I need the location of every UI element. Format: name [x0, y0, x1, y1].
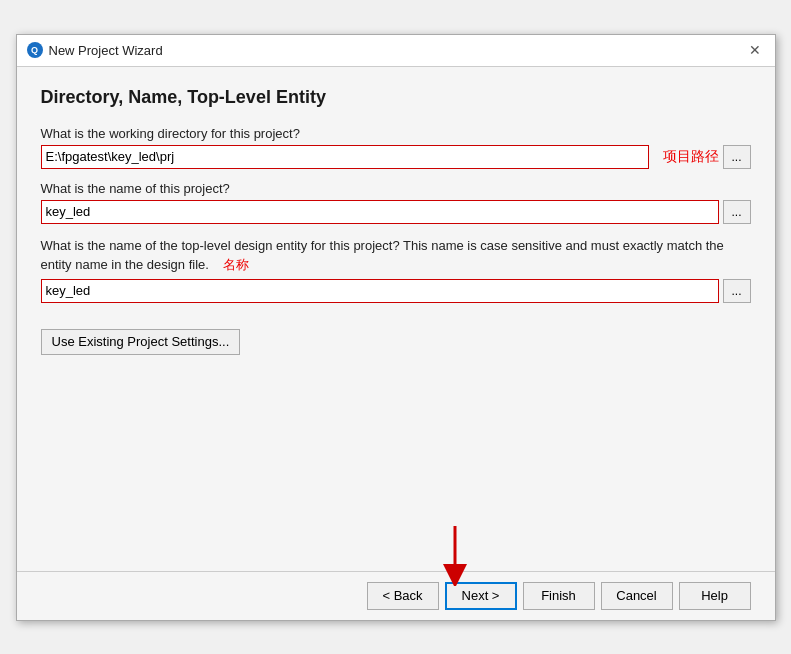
dialog-title: New Project Wizard [49, 43, 163, 58]
working-dir-row: 项目路径 ... [41, 145, 751, 169]
top-level-input[interactable] [41, 279, 719, 303]
title-bar-left: Q New Project Wizard [27, 42, 163, 58]
finish-button[interactable]: Finish [523, 582, 595, 610]
working-dir-group: What is the working directory for this p… [41, 126, 751, 169]
project-name-input[interactable] [41, 200, 719, 224]
working-dir-browse-button[interactable]: ... [723, 145, 751, 169]
project-name-row: ... [41, 200, 751, 224]
working-dir-input[interactable] [41, 145, 649, 169]
arrow-annotation [435, 526, 485, 586]
project-name-browse-button[interactable]: ... [723, 200, 751, 224]
top-level-browse-button[interactable]: ... [723, 279, 751, 303]
close-button[interactable]: ✕ [745, 40, 765, 60]
top-level-label: What is the name of the top-level design… [41, 236, 751, 275]
project-name-group: What is the name of this project? ... [41, 181, 751, 224]
page-title: Directory, Name, Top-Level Entity [41, 87, 751, 108]
app-icon: Q [27, 42, 43, 58]
project-name-label: What is the name of this project? [41, 181, 751, 196]
next-button[interactable]: Next > [445, 582, 517, 610]
help-button[interactable]: Help [679, 582, 751, 610]
dialog-content: Directory, Name, Top-Level Entity What i… [17, 67, 775, 571]
working-dir-annotation: 项目路径 [663, 148, 719, 166]
title-bar: Q New Project Wizard ✕ [17, 35, 775, 67]
top-level-row: ... [41, 279, 751, 303]
top-level-annotation: 名称 [223, 257, 249, 272]
back-button[interactable]: < Back [367, 582, 439, 610]
existing-settings-button[interactable]: Use Existing Project Settings... [41, 329, 241, 355]
top-level-group: What is the name of the top-level design… [41, 236, 751, 303]
cancel-button[interactable]: Cancel [601, 582, 673, 610]
empty-area [41, 355, 751, 555]
footer: < Back Next > Finish Cancel Help [17, 571, 775, 620]
working-dir-label: What is the working directory for this p… [41, 126, 751, 141]
dialog-window: Q New Project Wizard ✕ Directory, Name, … [16, 34, 776, 621]
